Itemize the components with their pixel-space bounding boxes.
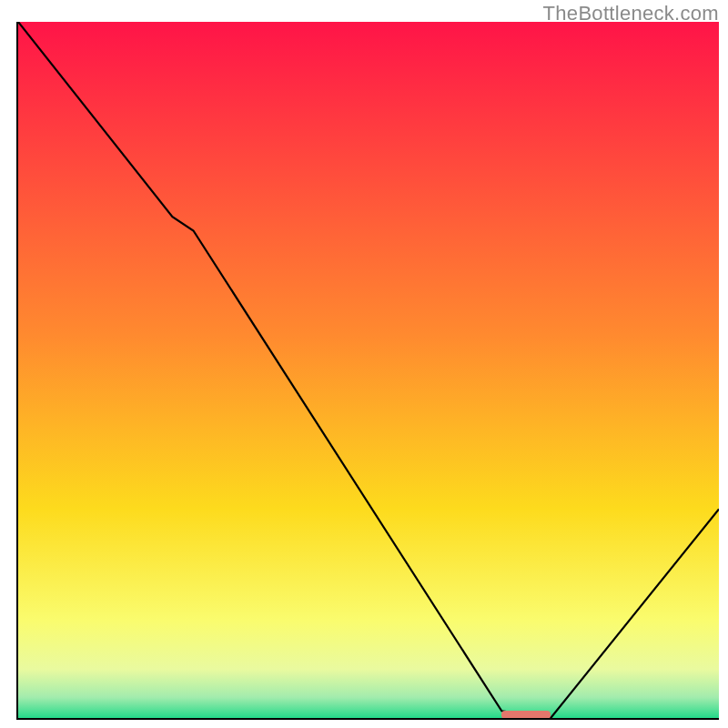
chart-plot-area xyxy=(16,22,719,720)
chart-background-gradient xyxy=(18,22,719,718)
watermark-label: TheBottleneck.com xyxy=(543,2,719,25)
chart-stage: TheBottleneck.com xyxy=(0,0,728,728)
highlight-segment xyxy=(501,711,551,719)
svg-rect-0 xyxy=(18,22,719,718)
